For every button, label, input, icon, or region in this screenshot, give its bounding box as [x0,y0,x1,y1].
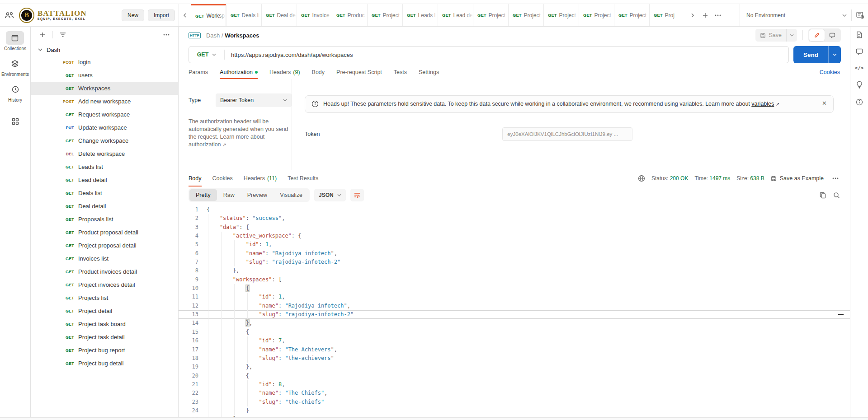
add-collection-icon[interactable] [37,29,48,40]
tree-item-project-task-detail[interactable]: GETProject task detail [31,331,178,344]
open-request-tab[interactable]: GETDeals li [226,4,261,26]
request-subtab-params[interactable]: Params [189,65,208,79]
breadcrumb-collection[interactable]: Dash [206,32,220,39]
tree-item-projects-list[interactable]: GETProjects list [31,291,178,304]
open-request-tab[interactable]: GETProject [543,4,579,26]
auth-type-select[interactable]: Bearer Token [216,93,292,107]
edit-mode-button[interactable] [809,29,825,41]
format-selector[interactable]: JSON [314,189,346,201]
url-input[interactable]: https://apps.rajodiya.com/dash/api/works… [225,51,353,58]
network-globe-icon[interactable] [638,175,645,182]
save-options-chevron-icon[interactable] [786,29,797,42]
response-more-icon[interactable] [830,173,841,184]
tree-item-project-invoices-detail[interactable]: GETProject invoices detail [31,278,178,291]
collection-root-dash[interactable]: Dash [31,44,178,56]
open-request-tab[interactable]: GETProject [579,4,614,26]
method-selector[interactable]: GET [189,51,224,58]
tree-item-users[interactable]: GETusers [31,69,178,82]
tree-item-product-proposal-detail[interactable]: GETProduct proposal detail [31,226,178,239]
tabs-scroll-left-icon[interactable] [179,4,191,26]
copy-icon[interactable] [820,192,826,199]
open-new-tab-icon[interactable] [700,10,711,21]
tree-item-login[interactable]: POSTlogin [31,56,178,69]
tree-item-lead-detail[interactable]: GETLead detail [31,173,178,187]
wrap-lines-button[interactable] [350,189,364,201]
open-request-tab[interactable]: GETLead de [438,4,473,26]
tabs-scroll-right-icon[interactable] [687,10,698,21]
tree-item-project-proposal-detail[interactable]: GETProject proposal detail [31,239,178,252]
tree-item-deal-detail[interactable]: GETDeal detail [31,200,178,213]
tree-item-workspaces[interactable]: GETWorkspaces [31,82,178,95]
request-subtab-authorization[interactable]: Authorization [220,65,258,79]
authorization-link[interactable]: authorization [189,141,221,148]
team-icon[interactable] [5,11,14,19]
sidebar-item-collections[interactable]: Collections [4,31,26,51]
code-snippet-icon[interactable]: </> [855,65,864,71]
sidebar-item-environments[interactable]: Environments [1,57,29,77]
sidebar-item-history[interactable]: History [6,83,24,103]
response-tab-body[interactable]: Body [189,170,202,187]
response-body-editor[interactable]: 1{2"status": "success",3"data": {4"activ… [179,204,850,417]
breadcrumb-request-name[interactable]: Workspaces [225,32,259,39]
tree-item-delete-workspace[interactable]: DELDelete workspace [31,147,178,160]
sidebar-item-apps[interactable] [6,115,24,128]
open-request-tab[interactable]: GETProject [473,4,508,26]
variables-link[interactable]: variables [751,101,774,107]
view-tab-visualize[interactable]: Visualize [274,189,309,201]
open-request-tab[interactable]: GETProject [367,4,402,26]
request-subtab-pre-request-script[interactable]: Pre-request Script [336,65,382,79]
banner-close-icon[interactable]: ✕ [822,100,827,107]
view-tab-preview[interactable]: Preview [241,189,274,201]
import-button[interactable]: Import [148,9,175,21]
request-subtab-headers[interactable]: Headers(9) [269,65,300,79]
request-name: Deals list [78,190,102,196]
open-request-tab[interactable]: GETProj [649,4,684,26]
tree-item-request-workspace[interactable]: GETRequest workspace [31,108,178,121]
request-subtab-tests[interactable]: Tests [394,65,407,79]
tree-item-project-bug-report[interactable]: GETProject bug report [31,344,178,357]
documentation-icon[interactable] [856,31,863,38]
save-button[interactable]: Save [755,29,787,42]
request-subtab-settings[interactable]: Settings [419,65,439,79]
response-tab-cookies[interactable]: Cookies [212,170,233,187]
search-icon[interactable] [833,192,840,199]
open-request-tab[interactable]: GETProject [614,4,649,26]
comments-icon[interactable] [856,48,863,55]
response-tab-test-results[interactable]: Test Results [288,170,318,187]
open-request-tab[interactable]: GETProject [508,4,543,26]
info-icon[interactable] [856,98,863,106]
view-tab-raw[interactable]: Raw [217,189,241,201]
open-request-tab[interactable]: GETProduc [332,4,367,26]
environment-quick-look-icon[interactable] [851,9,864,21]
tree-item-leads-list[interactable]: GETLeads list [31,160,178,173]
environment-selector[interactable]: No Environment [740,4,868,26]
open-request-tab[interactable]: GETDeal de [261,4,297,26]
comments-button[interactable] [825,29,840,41]
tree-item-project-bug-detail[interactable]: GETProject bug detail [31,357,178,370]
open-request-tab[interactable]: GETInvoice [297,4,332,26]
send-options-chevron-icon[interactable] [828,46,841,63]
tree-item-product-invoices-detail[interactable]: GETProduct invoices detail [31,265,178,278]
lightbulb-icon[interactable] [856,81,863,89]
response-tab-headers[interactable]: Headers(11) [244,170,277,187]
new-button[interactable]: New [122,9,144,21]
tree-item-deals-list[interactable]: GETDeals list [31,187,178,200]
cookies-link[interactable]: Cookies [820,69,840,75]
tree-item-change-workspace[interactable]: GETChange workspace [31,134,178,147]
tree-item-invoices-list[interactable]: GETInvoices list [31,252,178,265]
tree-item-project-detail[interactable]: GETProject detail [31,304,178,317]
sidebar-more-icon[interactable] [161,29,172,40]
filter-icon[interactable] [57,29,68,40]
open-request-tab[interactable]: GETWorksp [191,4,226,26]
tree-item-project-task-board[interactable]: GETProject task board [31,317,178,331]
send-button[interactable]: Send [793,46,828,63]
token-input[interactable]: eyJ0eXAiOiJKV1QiLCJhbGciOiJIUzI1NiJ9.ey … [502,127,632,141]
tree-item-add-new-workspace[interactable]: POSTAdd new workspace [31,95,178,108]
tab-options-icon[interactable] [712,10,723,21]
open-request-tab[interactable]: GETLeads l [402,4,438,26]
tree-item-update-workspace[interactable]: PUTUpdate workspace [31,121,178,134]
tree-item-proposals-list[interactable]: GETProposals list [31,213,178,226]
request-subtab-body[interactable]: Body [312,65,325,79]
save-as-example-button[interactable]: Save as Example [771,175,824,182]
view-tab-pretty[interactable]: Pretty [189,189,217,201]
